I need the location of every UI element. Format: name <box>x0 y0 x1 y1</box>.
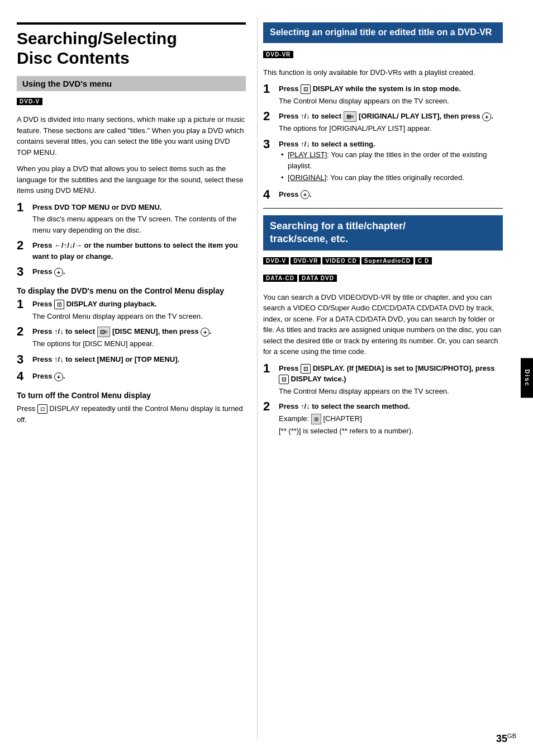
badge-row-2: DATA-CD DATA DVD <box>263 275 503 286</box>
step-2-content: Press ←/↑/↓/→ or the number buttons to s… <box>32 240 246 262</box>
badge-super-audio: SuperAudioCD <box>361 257 413 264</box>
r2-step-2-detail: Example: ⊞ [CHAPTER] <box>279 413 503 424</box>
r1-step-1-number: 1 <box>263 82 279 96</box>
r1-step-3-content: Press ↑/↓ to select a setting. [PLAY LIS… <box>279 139 503 185</box>
enter-circle-icon-r1: + <box>482 112 491 121</box>
sub1-step-1-instruction: Press ⊡ DISPLAY during playback. <box>32 300 157 308</box>
page-title: Searching/Selecting Disc Contents <box>17 22 246 68</box>
r1-step-4-instruction: Press +. <box>279 190 312 199</box>
step-2-instruction: Press ←/↑/↓/→ or the number buttons to s… <box>32 241 238 261</box>
r1-step-3-instruction: Press ↑/↓ to select a setting. <box>279 140 375 148</box>
sub1-step-1-number: 1 <box>17 297 32 311</box>
sub1-step-4-number: 4 <box>17 370 32 383</box>
page: Searching/Selecting Disc Contents Using … <box>0 0 533 756</box>
original-icon: ⊞≡ <box>344 111 357 122</box>
sub1-step-2-number: 2 <box>17 325 32 338</box>
step-1-instruction: Press DVD TOP MENU or DVD MENU. <box>32 203 161 211</box>
r2-step-1-detail: The Control Menu display appears on the … <box>279 386 503 397</box>
sub1-step-1: 1 Press ⊡ DISPLAY during playback. The C… <box>17 299 246 322</box>
bullet-2: [ORIGINAL]: You can play the titles orig… <box>279 172 503 183</box>
sub1-step-2-detail: The options for [DISC MENU] appear. <box>32 338 246 349</box>
subsection2-body: Press ⊡ DISPLAY repeatedly until the Con… <box>17 403 246 425</box>
r2-step-2-detail2: [** (**)] is selected (** refers to a nu… <box>279 426 503 437</box>
bullet-1: [PLAY LIST]: You can play the titles in … <box>279 149 503 171</box>
r1-step-1-content: Press ⊡ DISPLAY while the system is in s… <box>279 83 503 106</box>
r1-step-4-number: 4 <box>263 188 279 201</box>
page-number: 35GB <box>496 733 516 745</box>
badge-video-cd: VIDEO CD <box>322 257 359 264</box>
dvd-v-badge: DVD-V <box>17 98 42 105</box>
sub1-step-4-content: Press +. <box>32 371 246 382</box>
r1-step-2-number: 2 <box>263 110 279 123</box>
r2-step-2: 2 Press ↑/↓ to select the search method.… <box>263 401 503 436</box>
step-3-instruction: Press +. <box>32 267 65 276</box>
step-1-detail: The disc's menu appears on the TV screen… <box>32 214 246 235</box>
step-1: 1 Press DVD TOP MENU or DVD MENU. The di… <box>17 202 246 236</box>
enter-circle-icon-3: + <box>54 372 63 381</box>
r1-step-2: 2 Press ↑/↓ to select ⊞≡ [ORIGINAL/ PLAY… <box>263 111 503 134</box>
badge-dvd-vr: DVD-VR <box>291 257 321 264</box>
disc-menu-icon: ⊡≡ <box>97 327 111 337</box>
r1-step-1: 1 Press ⊡ DISPLAY while the system is in… <box>263 83 503 106</box>
r1-step-2-content: Press ↑/↓ to select ⊞≡ [ORIGINAL/ PLAY L… <box>279 111 503 134</box>
r2-step-1-instruction: Press ⊡ DISPLAY. (If [MEDIA] is set to [… <box>279 364 494 384</box>
chapter-icon: ⊞ <box>311 414 321 424</box>
step-2-number: 2 <box>17 239 32 252</box>
section1-body2: When you play a DVD that allows you to s… <box>17 163 246 196</box>
section1-body1: A DVD is divided into many sections, whi… <box>17 114 246 158</box>
sub1-step-3-number: 3 <box>17 353 32 366</box>
r1-step-3-number: 3 <box>263 138 279 151</box>
r1-step-1-instruction: Press ⊡ DISPLAY while the system is in s… <box>279 84 461 93</box>
sub1-step-2: 2 Press ↑/↓ to select ⊡≡ [DISC MENU], th… <box>17 326 246 349</box>
r1-step-4: 4 Press +. <box>263 189 503 201</box>
r1-step-2-detail: The options for [ORIGINAL/PLAY LIST] app… <box>279 123 503 134</box>
right-column: Selecting an original title or edited ti… <box>257 17 514 739</box>
enter-circle-icon-2: + <box>201 328 210 337</box>
r2-step-2-number: 2 <box>263 400 279 413</box>
side-tab: Disc <box>521 358 533 398</box>
step-3: 3 Press +. <box>17 266 246 278</box>
section-divider <box>263 208 503 209</box>
step-2: 2 Press ←/↑/↓/→ or the number buttons to… <box>17 240 246 262</box>
display-icon-r2: ⊡ <box>301 364 311 374</box>
badge-dvd-v: DVD-V <box>263 257 289 264</box>
section1-heading: Using the DVD's menu <box>17 76 246 91</box>
step-3-number: 3 <box>17 265 32 278</box>
r2-step-2-content: Press ↑/↓ to select the search method. E… <box>279 401 503 436</box>
display-icon-2: ⊡ <box>37 404 47 414</box>
r2-step-1: 1 Press ⊡ DISPLAY. (If [MEDIA] is set to… <box>263 363 503 397</box>
display-icon-r3: ⊡ <box>279 375 289 384</box>
right-section1-heading: Selecting an original title or edited ti… <box>263 22 503 43</box>
badge-data-cd: DATA-CD <box>263 275 297 282</box>
dvd-vr-badge: DVD-VR <box>263 51 293 58</box>
r2-step-1-number: 1 <box>263 362 279 375</box>
step-1-number: 1 <box>17 201 32 214</box>
sub1-step-4: 4 Press +. <box>17 371 246 383</box>
sub1-step-2-content: Press ↑/↓ to select ⊡≡ [DISC MENU], then… <box>32 326 246 349</box>
badge-data-dvd: DATA DVD <box>299 275 337 282</box>
enter-circle-icon: + <box>54 268 63 277</box>
r1-step-3: 3 Press ↑/↓ to select a setting. [PLAY L… <box>263 139 503 185</box>
subsection1-heading: To display the DVD's menu on the Control… <box>17 286 246 295</box>
step-3-content: Press +. <box>32 266 246 277</box>
sub1-step-1-detail: The Control Menu display appears on the … <box>32 311 246 322</box>
sub1-step-2-instruction: Press ↑/↓ to select ⊡≡ [DISC MENU], then… <box>32 327 212 336</box>
badge-row: DVD-V DVD-VR VIDEO CD SuperAudioCD C D <box>263 257 503 269</box>
display-icon-r1: ⊡ <box>301 84 311 94</box>
sub1-step-3-content: Press ↑/↓ to select [MENU] or [TOP MENU]… <box>32 354 246 365</box>
right-section1-body: This function is only available for DVD-… <box>263 67 503 78</box>
sub1-step-3: 3 Press ↑/↓ to select [MENU] or [TOP MEN… <box>17 354 246 366</box>
enter-circle-icon-r2: + <box>301 190 310 199</box>
display-icon: ⊡ <box>54 300 64 309</box>
r2-step-2-instruction: Press ↑/↓ to select the search method. <box>279 402 410 410</box>
r2-step-1-content: Press ⊡ DISPLAY. (If [MEDIA] is set to [… <box>279 363 503 397</box>
subsection2-heading: To turn off the Control Menu display <box>17 391 246 400</box>
badge-cd: C D <box>415 257 432 264</box>
step-1-content: Press DVD TOP MENU or DVD MENU. The disc… <box>32 202 246 236</box>
sub1-step-3-instruction: Press ↑/↓ to select [MENU] or [TOP MENU]… <box>32 355 179 363</box>
sub1-step-1-content: Press ⊡ DISPLAY during playback. The Con… <box>32 299 246 322</box>
right-section2-body: You can search a DVD VIDEO/DVD-VR by tit… <box>263 292 503 357</box>
r1-step-4-content: Press +. <box>279 189 503 200</box>
r1-step-1-detail: The Control Menu display appears on the … <box>279 96 503 107</box>
sub1-step-4-instruction: Press +. <box>32 372 65 380</box>
